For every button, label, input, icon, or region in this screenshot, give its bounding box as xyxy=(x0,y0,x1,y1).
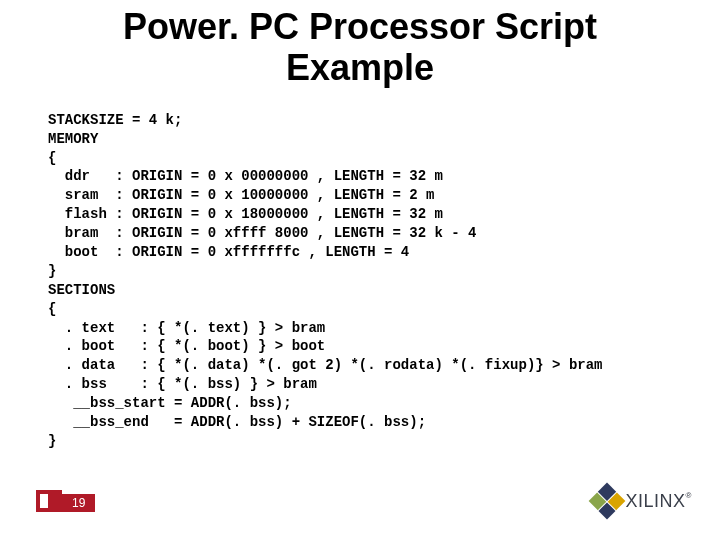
slide-footer: 19 XILINX® xyxy=(0,486,720,526)
code-line: { xyxy=(48,150,56,166)
code-line: . bss : { *(. bss) } > bram xyxy=(48,376,317,392)
code-line: SECTIONS xyxy=(48,282,115,298)
registered-mark: ® xyxy=(686,491,692,500)
code-line: { xyxy=(48,301,56,317)
code-line: flash : ORIGIN = 0 x 18000000 , LENGTH =… xyxy=(48,206,443,222)
logo-wordmark: XILINX xyxy=(626,491,686,511)
slide-title: Power. PC Processor Script Example xyxy=(0,6,720,89)
footer-decoration-icon xyxy=(36,490,62,512)
code-line: STACKSIZE = 4 k; xyxy=(48,112,182,128)
code-line: MEMORY xyxy=(48,131,98,147)
code-line: sram : ORIGIN = 0 x 10000000 , LENGTH = … xyxy=(48,187,434,203)
title-line-1: Power. PC Processor Script xyxy=(123,6,597,47)
code-line: . text : { *(. text) } > bram xyxy=(48,320,325,336)
code-block: STACKSIZE = 4 k; MEMORY { ddr : ORIGIN =… xyxy=(48,111,720,451)
page-number: 19 xyxy=(62,494,95,512)
code-line: boot : ORIGIN = 0 xfffffffc , LENGTH = 4 xyxy=(48,244,409,260)
xilinx-x-icon xyxy=(588,483,625,520)
title-line-2: Example xyxy=(286,47,434,88)
code-line: __bss_start = ADDR(. bss); xyxy=(48,395,292,411)
code-line: } xyxy=(48,263,56,279)
code-line: ddr : ORIGIN = 0 x 00000000 , LENGTH = 3… xyxy=(48,168,443,184)
code-line: . data : { *(. data) *(. got 2) *(. roda… xyxy=(48,357,603,373)
code-line: bram : ORIGIN = 0 xffff 8000 , LENGTH = … xyxy=(48,225,476,241)
code-line: . boot : { *(. boot) } > boot xyxy=(48,338,325,354)
code-line: } xyxy=(48,433,56,449)
xilinx-logo: XILINX® xyxy=(594,488,692,514)
code-line: __bss_end = ADDR(. bss) + SIZEOF(. bss); xyxy=(48,414,426,430)
logo-text: XILINX® xyxy=(626,491,692,512)
